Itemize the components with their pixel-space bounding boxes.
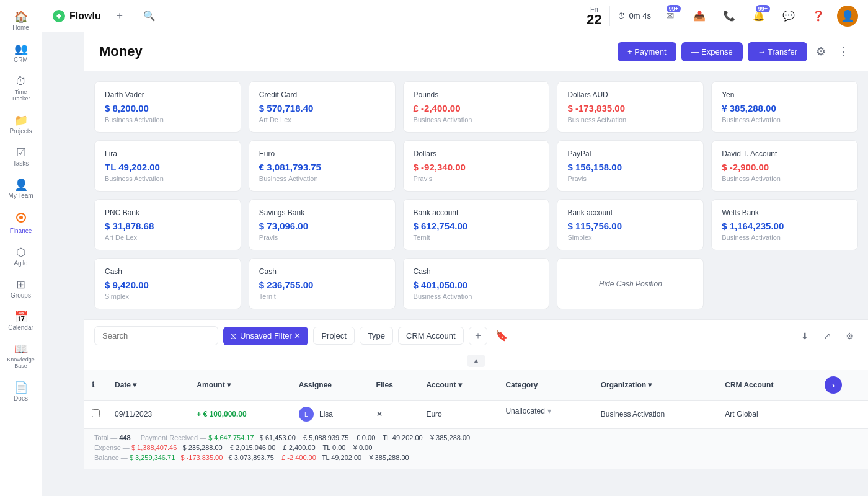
account-card-bank-ternit[interactable]: Bank account $ 612,754.00 Ternit [403,199,550,250]
project-filter-chip[interactable]: Project [313,327,354,345]
knowledge-base-icon: 📖 [14,343,28,355]
account-card-lira[interactable]: Lira TL 49,202.00 Business Activation [94,140,241,192]
th-next[interactable]: › [817,370,868,401]
info-icon: ℹ [92,381,95,389]
projects-icon: 📁 [14,115,28,126]
topbar-help-button[interactable]: ❓ [807,5,830,27]
table-settings-button[interactable]: ⚙ [841,327,858,345]
account-card-paypal[interactable]: PayPal $ 156,158.00 Pravis [557,140,704,192]
th-account[interactable]: Account ▾ [418,370,498,401]
account-card-pnc-bank[interactable]: PNC Bank $ 31,878.68 Art De Lex [94,199,241,250]
expense-button[interactable]: — Expense [681,42,743,61]
transactions-table: ℹ Date ▾ Amount ▾ Assignee Files Account… [84,370,868,428]
topbar-inbox-button[interactable]: 📥 [688,5,711,27]
flowlu-logo-icon [52,9,66,23]
sidebar-item-time-tracker[interactable]: ⏱ Time Tracker [4,71,38,107]
avatar-image: 👤 [841,9,854,23]
add-filter-button[interactable]: ＋ [469,327,487,345]
type-filter-chip[interactable]: Type [360,327,393,345]
sidebar-item-crm[interactable]: 👥 CRM [4,38,38,68]
row-category[interactable]: Unallocated ▾ [498,401,593,422]
account-card-bank-simplex[interactable]: Bank account $ 115,756.00 Simplex [557,199,704,250]
sidebar-item-my-team[interactable]: 👤 My Team [4,174,38,204]
more-options-icon[interactable]: ⋮ [835,41,853,62]
bookmark-filter-button[interactable]: 🔖 [492,327,511,345]
collapse-button[interactable]: ⤢ [818,327,836,345]
topbar-chat-button[interactable]: 💬 [777,5,800,27]
account-card-pounds[interactable]: Pounds £ -2,400.00 Business Activation [403,81,550,133]
topbar-mail-button[interactable]: ✉ 99+ [658,5,681,27]
account-card-david-t[interactable]: David T. Account $ -2,900.00 Business Ac… [711,140,858,192]
topbar-notifications-button[interactable]: 🔔 99+ [748,5,770,27]
account-card-cash-business[interactable]: Cash $ 401,050.00 Business Activation [403,258,550,309]
row-crm-account: Art Global [717,401,817,428]
topbar-timer: ⏱ 0m 4s [618,11,651,20]
account-card-euro[interactable]: Euro € 3,081,793.75 Business Activation [249,140,396,192]
transactions-table-container: ▲ ℹ Date ▾ Amount ▾ Assignee Files [84,352,868,469]
account-card-hide-cash[interactable]: Hide Cash Position [557,258,704,309]
tasks-icon: ☑ [16,147,26,158]
transfer-button[interactable]: → Transfer [748,42,807,61]
sidebar-item-label: Agile [14,260,27,267]
crm-icon: 👥 [14,43,28,55]
th-assignee: Assignee [291,370,369,401]
row-account: Euro [418,401,498,428]
sidebar-item-agile[interactable]: ⬡ Agile [4,242,38,272]
row-checkbox[interactable] [84,401,107,428]
row-amount: + € 100,000.00 [189,401,291,428]
account-card-cash-simplex[interactable]: Cash $ 9,420.00 Simplex [94,258,241,309]
collapse-toggle[interactable]: ▲ [467,355,485,367]
sidebar-item-label: Groups [11,292,31,299]
summary-balance: Balance — $ 3,259,346.71 $ -173,835.00 €… [94,454,409,461]
docs-icon: 📄 [14,382,28,393]
topbar-search-button[interactable]: 🔍 [138,5,161,27]
account-card-wells-bank[interactable]: Wells Bank $ 1,164,235.00 Business Activ… [711,199,858,250]
settings-icon[interactable]: ⚙ [812,41,830,62]
sidebar-item-home[interactable]: 🏠 Home [4,6,38,36]
agile-icon: ⬡ [16,247,26,258]
sidebar-item-groups[interactable]: ⊞ Groups [4,274,38,304]
summary-total: Total — 448 [94,434,131,441]
summary-bar: Total — 448 Payment Received — $ 4,647,7… [84,428,868,469]
account-card-darth-vader[interactable]: Darth Vader $ 8,200.00 Business Activati… [94,81,241,133]
th-organization[interactable]: Organization ▾ [593,370,718,401]
accounts-grid: Darth Vader $ 8,200.00 Business Activati… [84,71,868,319]
page-header: Money + Payment — Expense → Transfer ⚙ ⋮ [84,32,868,71]
sidebar-item-projects[interactable]: 📁 Projects [4,110,38,140]
search-input[interactable] [94,326,218,345]
row-select-checkbox[interactable] [92,409,100,417]
topbar-avatar[interactable]: 👤 [837,6,858,27]
topbar-add-button[interactable]: ＋ [108,5,131,27]
inbox-icon: 📥 [693,10,706,22]
search-icon: 🔍 [143,10,156,22]
account-card-savings-bank[interactable]: Savings Bank $ 73,096.00 Pravis [249,199,396,250]
calendar-icon: 📅 [14,311,28,322]
help-icon: ❓ [812,10,825,22]
payment-button[interactable]: + Payment [618,42,676,61]
category-dropdown-icon: ▾ [547,407,551,415]
sidebar-item-finance[interactable]: Finance [4,206,38,239]
groups-icon: ⊞ [16,279,25,290]
sidebar-item-label: Tasks [13,160,29,167]
account-card-credit-card[interactable]: Credit Card $ 570,718.40 Art De Lex [249,81,396,133]
account-card-cash-ternit[interactable]: Cash $ 236,755.00 Ternit [249,258,396,309]
topbar-logo[interactable]: Flowlu [52,9,101,23]
summary-balance-row: Balance — $ 3,259,346.71 $ -173,835.00 €… [94,454,858,461]
sidebar-item-knowledge-base[interactable]: 📖 Knowledge Base [4,339,38,375]
th-amount[interactable]: Amount ▾ [189,370,291,401]
account-card-dollars-aud[interactable]: Dollars AUD $ -173,835.00 Business Activ… [557,81,704,133]
crm-account-filter-chip[interactable]: CRM Account [398,327,463,345]
summary-expense: Expense — $ 1,388,407.46 $ 235,288.00 € … [94,444,372,451]
topbar-phone-button[interactable]: 📞 [718,5,740,27]
th-date[interactable]: Date ▾ [107,370,189,401]
download-button[interactable]: ⬇ [796,327,813,345]
unsaved-filter-button[interactable]: ⧖ Unsaved Filter ✕ [223,327,308,345]
sidebar-item-tasks[interactable]: ☑ Tasks [4,142,38,172]
sidebar-item-docs[interactable]: 📄 Docs [4,377,38,407]
sidebar-item-calendar[interactable]: 📅 Calendar [4,306,38,336]
chat-icon: 💬 [782,10,795,22]
topbar-date: Fri 22 [587,6,601,27]
account-card-dollars[interactable]: Dollars $ -92,340.00 Pravis [403,140,550,192]
account-card-yen[interactable]: Yen ¥ 385,288.00 Business Activation [711,81,858,133]
sidebar-item-label: Home [12,24,29,31]
